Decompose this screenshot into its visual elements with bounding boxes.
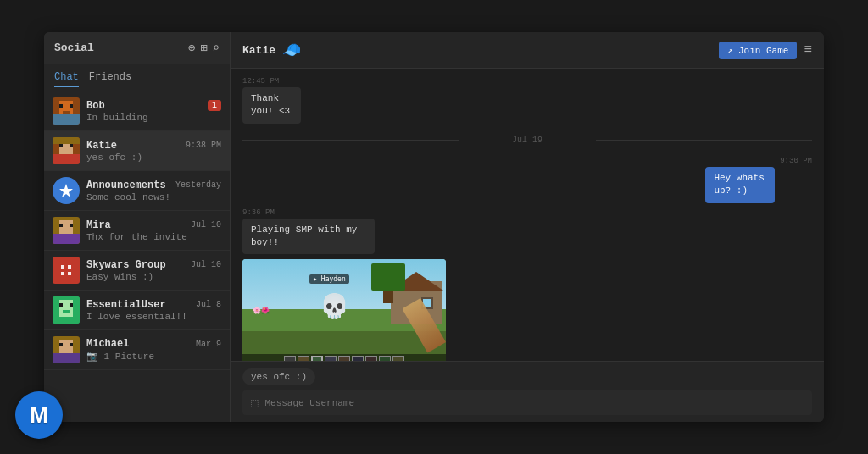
chat-recipient-icon: 🧢 — [282, 41, 301, 59]
mcreator-logo: M — [15, 391, 63, 439]
contact-michael-info: Michael Mar 9 📷 1 Picture — [86, 338, 221, 362]
svg-rect-23 — [61, 272, 64, 275]
svg-rect-22 — [68, 265, 71, 269]
contact-mira-info: Mira Jul 10 Thx for the invite — [86, 219, 221, 242]
chat-menu-icon[interactable]: ≡ — [804, 42, 812, 58]
contact-mira-name: Mira — [86, 219, 111, 231]
contact-essential-info: EssentialUser Jul 8 I love essential!! — [86, 299, 221, 322]
svg-rect-18 — [63, 230, 70, 234]
svg-rect-5 — [53, 114, 80, 125]
contact-announcements[interactable]: Announcements Yesterday Some cool news! — [44, 171, 230, 211]
contact-announcements-preview: Some cool news! — [86, 192, 221, 202]
chat-input-box: ⬚ — [242, 390, 812, 415]
contact-michael[interactable]: Michael Mar 9 📷 1 Picture — [44, 330, 230, 370]
mc-name-tag: ✦ Hayden — [309, 274, 349, 284]
contact-bob-preview: In building — [86, 113, 221, 123]
chat-input-area: yes ofc :) ⬚ — [231, 361, 824, 422]
contact-katie[interactable]: Katie 9:38 PM yes ofc :) — [44, 131, 230, 171]
message-2: 9:30 PM Hey whats up? :) — [705, 157, 812, 203]
svg-rect-9 — [70, 144, 73, 147]
sidebar: Social ⊕ ⊞ ⌕ Chat Friends — [44, 32, 231, 422]
contact-announcements-time: Yesterday — [175, 180, 221, 190]
contact-skywars[interactable]: Skywars Group Jul 10 Easy wins :) — [44, 251, 230, 291]
message-1-bubble: Thank you! <3 — [242, 87, 301, 124]
message-2-timestamp: 9:30 PM — [705, 157, 812, 165]
reply-bubble-text: yes ofc :) — [251, 372, 307, 382]
svg-rect-3 — [70, 104, 73, 108]
contact-katie-preview: yes ofc :) — [86, 152, 221, 163]
message-3-image: 🌸🌺 💀 ✦ Hayden — [242, 259, 446, 361]
chat-header-left: Katie 🧢 — [242, 41, 301, 59]
avatar-mira — [53, 217, 80, 244]
contact-announcements-info: Announcements Yesterday Some cool news! — [86, 180, 221, 202]
tab-friends[interactable]: Friends — [89, 71, 131, 87]
contact-essential-preview: I love essential!! — [86, 312, 221, 322]
date-divider: Jul 19 — [242, 136, 812, 145]
contact-essential-name: EssentialUser — [86, 299, 166, 311]
sidebar-header-icons: ⊕ ⊞ ⌕ — [188, 41, 220, 55]
svg-rect-21 — [61, 265, 64, 269]
tab-chat[interactable]: Chat — [54, 71, 79, 87]
svg-rect-20 — [58, 263, 74, 278]
sidebar-tabs: Chat Friends — [44, 64, 230, 91]
message-3: 9:36 PM Playing SMP with my boy!! — [242, 208, 446, 361]
svg-rect-11 — [53, 137, 80, 144]
svg-rect-26 — [59, 300, 73, 317]
chat-recipient-name: Katie — [242, 44, 275, 57]
contact-katie-info: Katie 9:38 PM yes ofc :) — [86, 140, 221, 163]
avatar-bob — [53, 97, 80, 125]
contact-bob[interactable]: Bob 1 In building — [44, 91, 230, 131]
contact-mira-time: Jul 10 — [191, 220, 221, 230]
sidebar-title: Social — [54, 42, 94, 54]
svg-rect-32 — [59, 343, 63, 346]
contact-mira[interactable]: Mira Jul 10 Thx for the invite — [44, 211, 230, 251]
contact-bob-info: Bob 1 In building — [86, 100, 221, 123]
svg-rect-29 — [63, 310, 70, 313]
message-3-bubble: Playing SMP with my boy!! — [242, 219, 375, 255]
contact-katie-name: Katie — [86, 140, 117, 152]
svg-rect-34 — [63, 350, 70, 353]
svg-rect-19 — [53, 234, 80, 244]
create-group-icon[interactable]: ⊞ — [200, 41, 207, 55]
sidebar-header: Social ⊕ ⊞ ⌕ — [44, 32, 230, 64]
contact-skywars-time: Jul 10 — [191, 260, 221, 269]
contact-michael-time: Mar 9 — [196, 340, 221, 349]
message-3-timestamp: 9:36 PM — [242, 208, 446, 217]
svg-rect-4 — [63, 111, 70, 114]
contact-skywars-preview: Easy wins :) — [86, 272, 221, 282]
contact-list: Bob 1 In building — [44, 91, 230, 422]
contact-katie-time: 9:38 PM — [186, 141, 221, 150]
chat-area: Katie 🧢 ↗ Join Game ≡ 12:45 PM Thank you… — [231, 32, 824, 422]
contact-michael-preview: 📷 1 Picture — [86, 351, 221, 362]
svg-rect-2 — [59, 104, 63, 108]
mcreator-m-letter: M — [30, 402, 48, 429]
svg-rect-17 — [70, 224, 73, 227]
contact-skywars-info: Skywars Group Jul 10 Easy wins :) — [86, 259, 221, 282]
avatar-katie — [53, 137, 80, 164]
avatar-skywars — [53, 257, 80, 284]
svg-rect-35 — [53, 353, 80, 363]
svg-rect-8 — [59, 144, 63, 147]
reply-bubble: yes ofc :) — [242, 368, 315, 385]
avatar-essential — [53, 296, 80, 324]
chat-header-right: ↗ Join Game ≡ — [719, 42, 812, 59]
search-icon[interactable]: ⌕ — [213, 41, 220, 55]
message-1-timestamp: 12:45 PM — [242, 77, 332, 86]
contact-bob-name: Bob — [86, 100, 105, 112]
join-game-button[interactable]: ↗ Join Game — [719, 42, 798, 59]
avatar-announcements — [53, 177, 80, 204]
svg-rect-10 — [63, 151, 70, 154]
svg-rect-33 — [70, 343, 73, 346]
message-input[interactable] — [264, 398, 804, 408]
add-friend-icon[interactable]: ⊕ — [188, 41, 195, 55]
contact-michael-name: Michael — [86, 338, 129, 350]
svg-rect-12 — [53, 154, 80, 164]
svg-rect-16 — [59, 224, 63, 227]
contact-essential[interactable]: EssentialUser Jul 8 I love essential!! — [44, 291, 230, 330]
contact-essential-time: Jul 8 — [196, 300, 221, 309]
svg-rect-28 — [70, 303, 73, 307]
app-container: Social ⊕ ⊞ ⌕ Chat Friends — [44, 32, 824, 422]
attachment-icon[interactable]: ⬚ — [251, 396, 258, 410]
contact-skywars-name: Skywars Group — [86, 259, 166, 271]
bob-unread-badge: 1 — [208, 100, 221, 111]
